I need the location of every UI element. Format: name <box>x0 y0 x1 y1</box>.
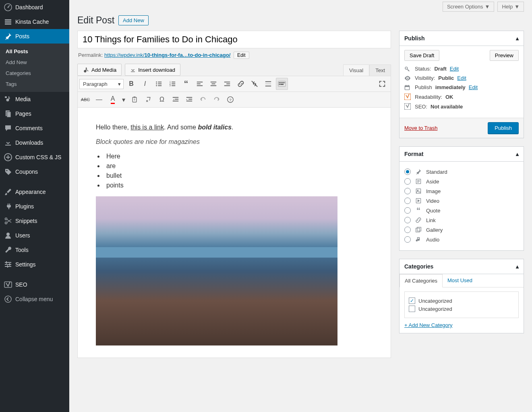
help-button[interactable]: Help ▼ <box>497 2 524 12</box>
sidebar-item-kinsta-cache[interactable]: Kinsta Cache <box>0 15 69 29</box>
sidebar-item-seo[interactable]: SEO <box>0 277 69 292</box>
format-option-video[interactable]: Video <box>404 197 519 204</box>
indent-button[interactable] <box>183 94 195 106</box>
submenu-item-categories[interactable]: Categories <box>0 68 69 79</box>
tab-text[interactable]: Text <box>369 65 391 76</box>
category-item[interactable]: ✓Uncategorized <box>409 298 514 304</box>
italic-button[interactable]: I <box>139 78 151 90</box>
align-center-button[interactable] <box>207 78 219 90</box>
link-button[interactable] <box>235 78 247 90</box>
checkbox[interactable]: ✓ <box>409 298 415 304</box>
sidebar-item-label: Appearance <box>15 189 46 195</box>
tab-all-categories[interactable]: All Categories <box>400 274 443 287</box>
categories-box-header[interactable]: Categories▴ <box>400 259 524 274</box>
radio-button[interactable] <box>404 227 411 233</box>
redo-button[interactable] <box>211 94 223 106</box>
editor-content-area[interactable]: Hello there, this is a link. And some bo… <box>77 108 391 358</box>
add-new-button[interactable]: Add New <box>118 15 149 25</box>
move-to-trash-link[interactable]: Move to Trash <box>404 125 437 131</box>
svg-rect-69 <box>408 85 408 86</box>
sidebar-item-users[interactable]: Users <box>0 228 69 243</box>
radio-button[interactable] <box>404 236 411 243</box>
sidebar-item-downloads[interactable]: Downloads <box>0 135 69 150</box>
sidebar-item-snippets[interactable]: Snippets <box>0 214 69 228</box>
format-box-header[interactable]: Format▴ <box>400 147 524 162</box>
format-option-image[interactable]: Image <box>404 187 519 195</box>
sidebar-item-tools[interactable]: Tools <box>0 243 69 257</box>
sidebar-item-plugins[interactable]: Plugins <box>0 199 69 214</box>
category-item[interactable]: Uncategorized <box>409 306 514 312</box>
paste-text-button[interactable]: T <box>128 94 141 106</box>
submenu-item-all-posts[interactable]: All Posts <box>0 46 69 57</box>
sidebar-item-settings[interactable]: Settings <box>0 257 69 272</box>
sidebar-item-custom-css-js[interactable]: Custom CSS & JS <box>0 150 69 164</box>
tab-visual[interactable]: Visual <box>343 65 369 76</box>
sidebar-item-comments[interactable]: Comments <box>0 121 69 135</box>
format-option-aside[interactable]: Aside <box>404 178 519 185</box>
format-option-audio[interactable]: Audio <box>404 236 519 243</box>
screen-options-button[interactable]: Screen Options ▼ <box>443 2 494 12</box>
radio-button[interactable] <box>404 178 411 185</box>
format-option-quote[interactable]: “Quote <box>404 207 519 214</box>
bold-button[interactable]: B <box>125 78 137 90</box>
save-draft-button[interactable]: Save Draft <box>404 50 439 61</box>
numbered-list-button[interactable]: 123 <box>166 78 178 90</box>
publish-button[interactable]: Publish <box>488 122 519 134</box>
align-left-button[interactable] <box>194 78 206 90</box>
bullet-list-button[interactable] <box>153 78 165 90</box>
align-right-button[interactable] <box>221 78 233 90</box>
permalink-link[interactable]: https://wpdev.ink/10-things-for-fa…to-do… <box>104 52 230 58</box>
preview-button[interactable]: Preview <box>490 50 519 61</box>
text-color-dropdown[interactable]: ▾ <box>120 94 127 106</box>
post-title-input[interactable] <box>77 31 391 48</box>
outdent-button[interactable] <box>170 94 182 106</box>
fullscreen-button[interactable] <box>376 78 388 90</box>
help-button[interactable]: ? <box>224 94 236 106</box>
insert-download-button[interactable]: Insert download <box>125 64 180 76</box>
blockquote-button[interactable]: “ <box>180 78 192 90</box>
toolbar-toggle-button[interactable] <box>276 78 288 90</box>
sidebar-item-coupons[interactable]: Coupons <box>0 164 69 179</box>
radio-button[interactable] <box>404 217 411 223</box>
sidebar-item-dashboard[interactable]: Dashboard <box>0 0 69 15</box>
add-new-category-link[interactable]: + Add New Category <box>404 322 453 328</box>
format-option-gallery[interactable]: Gallery <box>404 226 519 233</box>
submenu-item-add-new[interactable]: Add New <box>0 57 69 68</box>
sidebar-item-pages[interactable]: Pages <box>0 106 69 121</box>
radio-button[interactable] <box>404 188 411 194</box>
add-media-button[interactable]: Add Media <box>77 64 122 76</box>
radio-button[interactable] <box>404 198 411 204</box>
radio-button[interactable] <box>404 207 411 214</box>
publish-date-edit-link[interactable]: Edit <box>469 84 478 90</box>
read-more-button[interactable] <box>262 78 274 90</box>
publish-box-header[interactable]: Publish▴ <box>400 31 524 46</box>
submenu-item-tags[interactable]: Tags <box>0 79 69 89</box>
sidebar-item-media[interactable]: Media <box>0 92 69 106</box>
content-image[interactable] <box>96 196 337 345</box>
hr-button[interactable]: — <box>93 94 105 106</box>
category-label: Uncategorized <box>418 298 452 304</box>
gallery-icon <box>415 226 422 233</box>
radio-button[interactable] <box>404 169 411 175</box>
status-edit-link[interactable]: Edit <box>450 66 459 72</box>
main-content: Screen Options ▼ Help ▼ Edit Post Add Ne… <box>69 0 532 412</box>
unlink-button[interactable] <box>248 78 261 90</box>
content-link[interactable]: this is a link <box>130 124 164 131</box>
sidebar-item-collapse-menu[interactable]: Collapse menu <box>0 292 69 306</box>
special-char-button[interactable]: Ω <box>156 94 168 106</box>
tab-most-used[interactable]: Most Used <box>443 274 477 287</box>
sidebar-item-appearance[interactable]: Appearance <box>0 185 69 199</box>
format-select[interactable]: Paragraph ▾ <box>79 79 124 89</box>
format-option-link[interactable]: Link <box>404 216 519 224</box>
format-option-standard[interactable]: Standard <box>404 168 519 175</box>
permalink-edit-button[interactable]: Edit <box>234 52 249 59</box>
sidebar-item-posts[interactable]: Posts <box>0 29 69 44</box>
checkbox[interactable] <box>409 306 415 312</box>
strikethrough-button[interactable]: ABC <box>79 94 91 106</box>
format-label: Standard <box>426 169 447 175</box>
text-color-button[interactable]: A <box>107 94 119 106</box>
pages-icon <box>4 110 12 118</box>
visibility-edit-link[interactable]: Edit <box>457 75 466 81</box>
clear-formatting-button[interactable] <box>142 94 154 106</box>
undo-button[interactable] <box>197 94 209 106</box>
